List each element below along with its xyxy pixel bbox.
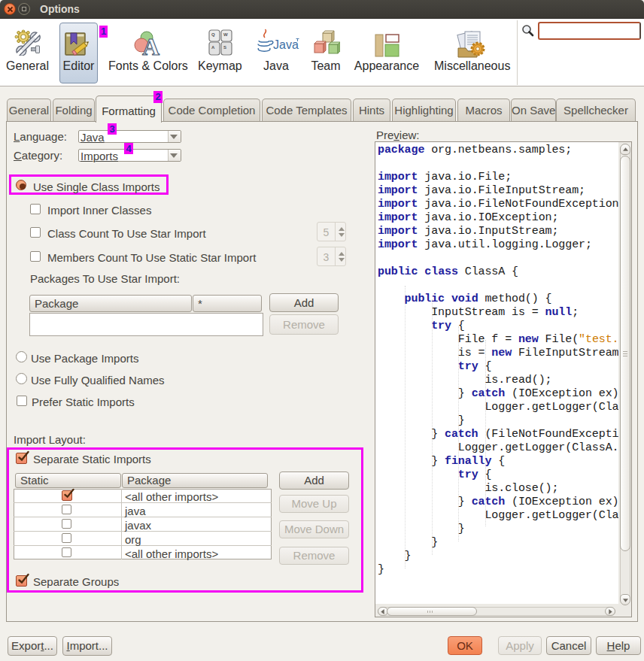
svg-text:A: A xyxy=(142,33,159,57)
svg-text:A: A xyxy=(211,45,215,50)
svg-text:Java: Java xyxy=(273,38,299,51)
svg-text:W: W xyxy=(223,32,228,37)
svg-text:S: S xyxy=(223,45,226,50)
svg-text:Q: Q xyxy=(211,32,215,37)
